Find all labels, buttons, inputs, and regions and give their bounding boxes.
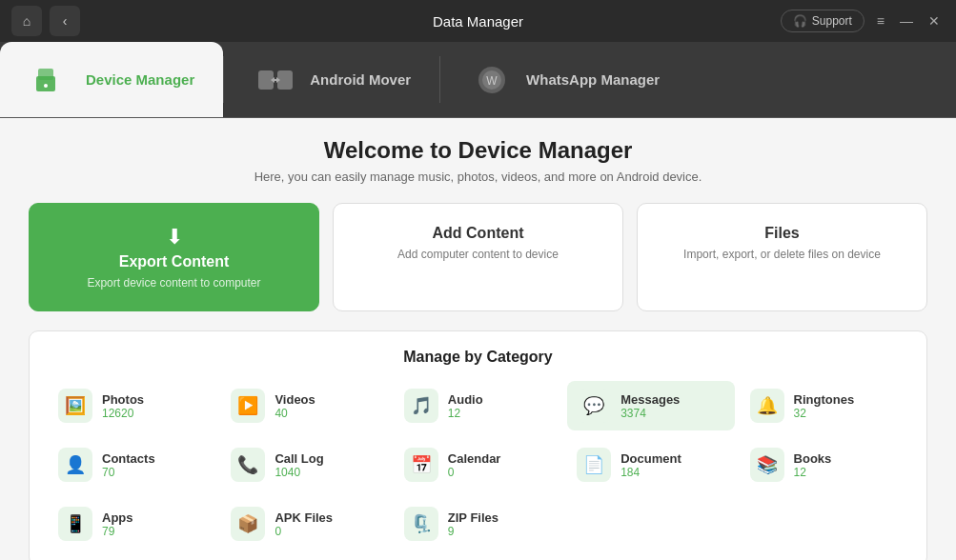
cat-icon-document: 📄 <box>577 448 611 482</box>
cat-icon-ringtones: 🔔 <box>750 389 784 423</box>
export-card-title: Export Content <box>49 253 299 270</box>
svg-rect-1 <box>38 69 53 80</box>
cat-icon-call-log: 📞 <box>231 448 265 482</box>
welcome-title: Welcome to Device Manager <box>29 137 927 164</box>
add-card-sub: Add computer content to device <box>353 248 603 261</box>
cat-name-calendar: Calendar <box>448 451 501 466</box>
cat-icon-messages: 💬 <box>577 389 611 423</box>
close-button[interactable]: ✕ <box>924 11 945 30</box>
whatsapp-manager-icon: W <box>469 57 515 103</box>
android-mover-label: Android Mover <box>310 71 411 88</box>
home-button[interactable]: ⌂ <box>11 6 42 36</box>
cat-count-calendar: 0 <box>448 466 501 479</box>
cat-count-videos: 40 <box>275 407 315 420</box>
cat-icon-videos: ▶️ <box>231 389 265 423</box>
category-item-videos[interactable]: ▶️ Videos 40 <box>221 381 388 430</box>
cat-icon-contacts: 👤 <box>58 448 92 482</box>
cat-icon-apk-files: 📦 <box>231 507 265 541</box>
category-item-apps[interactable]: 📱 Apps 79 <box>49 499 215 549</box>
category-item-messages[interactable]: 💬 Messages 3374 <box>567 381 734 430</box>
title-bar-right: Support ≡ — ✕ <box>781 10 945 32</box>
device-manager-icon <box>29 57 74 103</box>
category-item-contacts[interactable]: 👤 Contacts 70 <box>49 440 215 490</box>
tab-android-mover[interactable]: Android Mover <box>224 42 439 117</box>
minimize-button[interactable]: — <box>895 11 918 30</box>
add-content-card[interactable]: Add Content Add computer content to devi… <box>333 203 623 311</box>
cat-count-zip-files: 9 <box>448 525 498 538</box>
category-grid: 🖼️ Photos 12620 ▶️ Videos 40 🎵 Audio 12 … <box>49 381 907 549</box>
cat-name-document: Document <box>620 451 681 466</box>
files-card[interactable]: Files Import, export, or delete files on… <box>637 203 927 311</box>
cat-count-document: 184 <box>620 466 681 479</box>
cat-name-photos: Photos <box>102 392 144 407</box>
cat-count-contacts: 70 <box>102 466 155 479</box>
cat-count-apps: 79 <box>102 525 133 538</box>
category-item-apk-files[interactable]: 📦 APK Files 0 <box>221 499 388 549</box>
category-section-title: Manage by Category <box>49 349 907 366</box>
export-icon: ⬇ <box>49 225 299 250</box>
category-item-calendar[interactable]: 📅 Calendar 0 <box>395 440 561 490</box>
window-controls: ≡ — ✕ <box>872 11 945 30</box>
cat-icon-books: 📚 <box>750 448 784 482</box>
export-content-card[interactable]: ⬇ Export Content Export device content t… <box>29 203 319 311</box>
files-card-sub: Import, export, or delete files on devic… <box>657 248 907 261</box>
cat-count-books: 12 <box>794 466 832 479</box>
app-title: Data Manager <box>433 13 523 30</box>
cat-name-call-log: Call Log <box>275 451 323 466</box>
category-item-document[interactable]: 📄 Document 184 <box>567 440 734 490</box>
title-bar-left: ⌂ ‹ <box>11 6 80 36</box>
cat-count-call-log: 1040 <box>275 466 323 479</box>
back-button[interactable]: ‹ <box>50 6 80 36</box>
add-card-title: Add Content <box>353 225 603 242</box>
cat-name-ringtones: Ringtones <box>794 392 855 407</box>
menu-button[interactable]: ≡ <box>872 11 889 30</box>
category-item-zip-files[interactable]: 🗜️ ZIP Files 9 <box>395 499 561 549</box>
tab-bar: Device Manager Android Mover W WhatsApp … <box>0 42 956 118</box>
category-section: Manage by Category 🖼️ Photos 12620 ▶️ Vi… <box>29 330 927 560</box>
export-card-sub: Export device content to computer <box>49 276 299 290</box>
action-cards: ⬇ Export Content Export device content t… <box>29 203 927 311</box>
tab-device-manager[interactable]: Device Manager <box>0 42 223 117</box>
svg-point-2 <box>44 84 48 88</box>
title-bar: ⌂ ‹ Data Manager Support ≡ — ✕ <box>0 0 956 42</box>
cat-name-videos: Videos <box>275 392 315 407</box>
device-manager-label: Device Manager <box>86 71 194 88</box>
cat-count-apk-files: 0 <box>275 525 333 538</box>
cat-icon-photos: 🖼️ <box>58 389 92 423</box>
tab-whatsapp-manager[interactable]: W WhatsApp Manager <box>440 42 688 117</box>
support-button[interactable]: Support <box>781 10 864 32</box>
cat-count-ringtones: 32 <box>794 407 855 420</box>
cat-name-apps: Apps <box>102 510 133 525</box>
cat-name-messages: Messages <box>620 392 680 407</box>
cat-icon-audio: 🎵 <box>404 389 438 423</box>
welcome-subtitle: Here, you can easily manage music, photo… <box>29 170 927 184</box>
category-item-books[interactable]: 📚 Books 12 <box>741 440 907 490</box>
cat-name-books: Books <box>794 451 832 466</box>
cat-count-photos: 12620 <box>102 407 144 420</box>
cat-name-contacts: Contacts <box>102 451 155 466</box>
cat-name-apk-files: APK Files <box>275 510 333 525</box>
cat-name-zip-files: ZIP Files <box>448 510 498 525</box>
cat-icon-calendar: 📅 <box>404 448 438 482</box>
category-item-audio[interactable]: 🎵 Audio 12 <box>395 381 561 430</box>
cat-icon-apps: 📱 <box>58 507 92 541</box>
cat-count-messages: 3374 <box>620 407 680 420</box>
svg-text:W: W <box>486 74 498 88</box>
cat-name-audio: Audio <box>448 392 483 407</box>
category-item-ringtones[interactable]: 🔔 Ringtones 32 <box>741 381 907 430</box>
whatsapp-manager-label: WhatsApp Manager <box>526 71 660 88</box>
files-card-title: Files <box>657 225 907 242</box>
main-content: Welcome to Device Manager Here, you can … <box>0 118 956 560</box>
category-item-call-log[interactable]: 📞 Call Log 1040 <box>221 440 388 490</box>
category-item-photos[interactable]: 🖼️ Photos 12620 <box>49 381 215 430</box>
android-mover-icon <box>253 57 298 103</box>
cat-icon-zip-files: 🗜️ <box>404 507 438 541</box>
cat-count-audio: 12 <box>448 407 483 420</box>
